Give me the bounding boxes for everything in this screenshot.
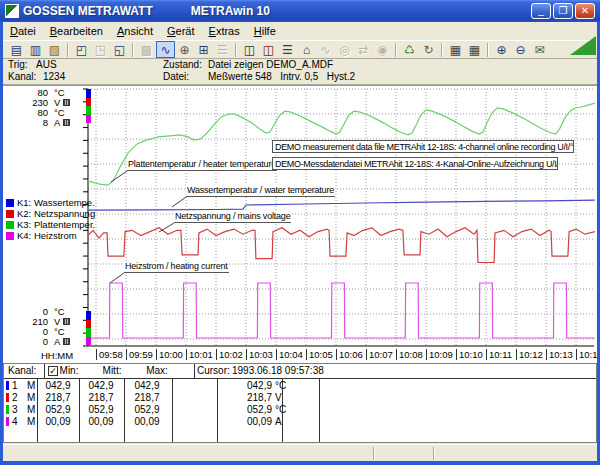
menu-datei[interactable]: Datei [3, 23, 43, 39]
series-k1-curve [88, 200, 595, 210]
print-report-button[interactable]: ▦ [465, 41, 484, 58]
callout-leader [172, 197, 186, 207]
table-header: Kanal: ✓ Min: Mitt: Max: Cursor: 1993.06… [4, 364, 596, 378]
channel-color-segment [86, 98, 91, 107]
time-tick: 10:08 [396, 349, 423, 360]
app-icon [5, 4, 19, 18]
start-logging-button[interactable]: ♺ [400, 41, 419, 58]
menu-hilfe[interactable]: Hilfe [247, 23, 283, 39]
table-row-channel-1[interactable]: 1M042,9042,9042,9042,9°C [4, 380, 596, 392]
legend-item-k1[interactable]: K1: Wassertempe. [6, 197, 95, 208]
comments-button[interactable]: ✉ [530, 41, 549, 58]
min-value: 218,7 [40, 392, 76, 403]
menu-bearbeiten[interactable]: Bearbeiten [43, 23, 110, 39]
axis-scale-unit: A [54, 118, 60, 128]
mitt-value: 218,7 [83, 392, 119, 403]
snapshot-button: ◉ [373, 41, 392, 58]
curve-label: Plattentemperatur / heater temperature [127, 159, 277, 171]
chart-view-button[interactable]: ∿ [156, 41, 175, 58]
table-row-channel-4[interactable]: 4M00,0900,0900,0900,09A [4, 416, 596, 428]
status-bar [3, 444, 597, 461]
print-button[interactable]: ▦ [446, 41, 465, 58]
legend-item-k3[interactable]: K3: Plattentemper. [6, 219, 95, 230]
channel-number: 1 [12, 380, 24, 391]
open-measurement-file-button[interactable]: ▤ [7, 41, 26, 58]
col-kanal: Kanal: [8, 364, 36, 378]
trigger-settings-button[interactable]: ↻ [419, 41, 438, 58]
export-file-button[interactable]: ▧ [45, 41, 64, 58]
window-subtitle: METRAwin 10 [191, 4, 270, 18]
max-value: 00,09 [128, 416, 166, 427]
channel-color-segment [86, 328, 91, 337]
max-value: 218,7 [128, 392, 166, 403]
statistics-table: Kanal: ✓ Min: Mitt: Max: Cursor: 1993.06… [3, 363, 597, 443]
cursor-timestamp: 1993.06.18 09:57:38 [232, 364, 324, 378]
axis-scale-unit: A [54, 337, 60, 347]
menu-extras[interactable]: Extras [202, 23, 247, 39]
channel-legend: K1: Wassertempe.K2: NetzspannungK3: Plat… [6, 197, 95, 241]
divider [194, 364, 195, 378]
demo-annotation-box: DEMO-Messdatendatei METRAhit 12-18S: 4-K… [272, 157, 558, 170]
axis-scale-value: 0 [16, 337, 48, 347]
tile-windows-button[interactable]: ◱ [110, 41, 129, 58]
cascade-windows-button: ◳ [91, 41, 110, 58]
kanal-label: Kanal: [8, 71, 36, 82]
menu-gert[interactable]: Gerät [160, 23, 202, 39]
title-bar[interactable]: GOSSEN METRAWATT METRAwin 10 _ ❐ ✕ [0, 0, 600, 22]
chart-panel[interactable]: 80°C230V80°C8A 0°C210V0°C0A K1: Wasserte… [3, 85, 597, 363]
minimize-button[interactable]: _ [531, 3, 551, 19]
table-view-button[interactable]: ⊞ [194, 41, 213, 58]
col-max[interactable]: Max: [135, 364, 179, 378]
zustand-value: Datei zeigen DEMO_A.MDF [208, 59, 333, 70]
cursor-unit: °C [275, 404, 291, 415]
menu-ansicht[interactable]: Ansicht [110, 23, 160, 39]
time-tick: 09:59 [126, 349, 153, 360]
zoom-out-mode-button[interactable]: ⊖ [511, 41, 530, 58]
legend-label: K3: Plattentemper. [17, 219, 95, 230]
curve-label: Heizstrom / heating current [124, 261, 229, 273]
table-row-channel-2[interactable]: 2M218,7218,7218,7218,7V [4, 392, 596, 404]
cursor-unit: V [275, 392, 291, 403]
channel-swatch [6, 405, 9, 414]
channel-mode: M [27, 416, 37, 427]
device-channels-button[interactable]: ◫ [259, 41, 278, 58]
time-tick: 09:58 [96, 349, 123, 360]
unit-flag-icon [63, 99, 70, 106]
col-mitt[interactable]: Mitt: [90, 364, 134, 378]
legend-swatch [6, 221, 14, 229]
new-window-button[interactable]: ◰ [72, 41, 91, 58]
unit-flag-icon [63, 338, 70, 345]
table-row-channel-3[interactable]: 3M052,9052,9052,9052,9°C [4, 404, 596, 416]
max-value: 042,9 [128, 380, 166, 391]
legend-swatch [6, 199, 14, 207]
unit-flag-icon [63, 119, 70, 126]
time-tick: 10:04 [276, 349, 303, 360]
zoom-in-mode-button[interactable]: ⊕ [492, 41, 511, 58]
window-border-bottom [0, 461, 600, 465]
toolbar-separator [441, 43, 443, 57]
channel-number: 3 [12, 404, 24, 415]
channel-list-button[interactable]: ☰ [278, 41, 297, 58]
window-title: GOSSEN METRAWATT [23, 4, 153, 18]
legend-item-k2[interactable]: K2: Netzspannung [6, 208, 95, 219]
scale-settings-button[interactable]: ⊕ [175, 41, 194, 58]
callout-leader [110, 273, 124, 283]
close-button[interactable]: ✕ [575, 3, 595, 19]
legend-swatch [6, 232, 14, 240]
datei-label: Datei: [163, 71, 189, 82]
maximize-button[interactable]: ❐ [553, 3, 573, 19]
time-axis-label: HH:MM [41, 350, 73, 361]
device-settings-button[interactable]: ◫ [240, 41, 259, 58]
toolbar-separator [67, 43, 69, 57]
axis-scale-bottom: 0°C210V0°C0A [16, 307, 70, 347]
save-file-button[interactable]: ▥ [26, 41, 45, 58]
time-tick: 10:00 [156, 349, 183, 360]
series-k2-curve [88, 228, 595, 263]
col-min[interactable]: Min: [47, 364, 91, 378]
channel-color-segment [86, 115, 91, 124]
online-monitor-button[interactable]: ⌂ [297, 41, 316, 58]
time-tick: 10:05 [306, 349, 333, 360]
legend-item-k4[interactable]: K4: Heizstrom [6, 230, 95, 241]
channel-mode: M [27, 380, 37, 391]
toolbar-separator [235, 43, 237, 57]
